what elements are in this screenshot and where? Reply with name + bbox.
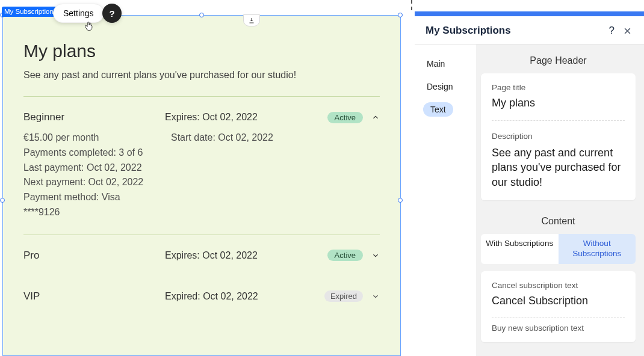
plan-price: €15.00 per month: [23, 130, 171, 146]
status-badge-active: Active: [327, 250, 363, 261]
plan-row-beginner[interactable]: Beginner Expires: Oct 02, 2022 Active: [23, 104, 380, 130]
settings-panel: My Subscriptions ? Main Design Text Page…: [415, 16, 644, 356]
divider: [492, 120, 625, 121]
divider: [492, 317, 625, 318]
panel-help-icon[interactable]: ?: [609, 25, 615, 37]
selection-handle[interactable]: [398, 13, 403, 17]
settings-button[interactable]: Settings: [53, 4, 104, 23]
field-label-buy-text: Buy new subscription text: [492, 324, 625, 333]
chevron-down-icon[interactable]: [371, 251, 380, 260]
section-content: Content: [481, 211, 636, 234]
plan-card-mask: ****9126: [23, 205, 380, 220]
field-label-description: Description: [492, 132, 625, 141]
status-badge-active: Active: [327, 112, 363, 123]
guide-line: [411, 0, 412, 10]
collapse-handle-icon[interactable]: [243, 14, 260, 26]
tab-with-subscriptions[interactable]: With Subscriptions: [481, 234, 559, 264]
section-page-header: Page Header: [481, 51, 636, 73]
tab-without-subscriptions[interactable]: Without Subscriptions: [559, 234, 636, 264]
plan-expiry: Expires: Oct 02, 2022: [165, 250, 327, 261]
page-description: See any past and current plans you've pu…: [23, 70, 380, 81]
plan-expiry: Expired: Oct 02, 2022: [165, 291, 324, 302]
selection-handle[interactable]: [0, 198, 5, 203]
field-value-description[interactable]: See any past and current plans you've pu…: [492, 146, 625, 189]
field-value-page-title[interactable]: My plans: [492, 97, 625, 109]
close-icon[interactable]: [623, 26, 632, 35]
selected-component-box[interactable]: My plans See any past and current plans …: [2, 15, 401, 356]
tab-design[interactable]: Design: [423, 79, 470, 94]
panel-title: My Subscriptions: [426, 25, 511, 37]
content-tabs: With Subscriptions Without Subscriptions: [481, 234, 636, 264]
field-value-cancel-text[interactable]: Cancel Subscription: [492, 295, 625, 307]
chevron-up-icon[interactable]: [371, 113, 380, 121]
plan-payments-completed: Payments completed: 3 of 6: [23, 146, 380, 161]
field-label-cancel-text: Cancel subscription text: [492, 281, 625, 290]
plan-start-date: Start date: Oct 02, 2022: [171, 130, 273, 146]
divider: [23, 96, 380, 97]
page-title: My plans: [23, 41, 380, 61]
panel-tabs: Main Design Text: [415, 44, 476, 356]
plan-last-payment: Last payment: Oct 02, 2022: [23, 161, 380, 176]
cursor-hand-icon: [84, 20, 94, 31]
plan-name: Pro: [23, 250, 165, 262]
plan-name: Beginner: [23, 111, 165, 123]
plan-details-beginner: €15.00 per month Start date: Oct 02, 202…: [23, 130, 380, 220]
tab-text[interactable]: Text: [423, 102, 453, 117]
plan-name: VIP: [23, 290, 165, 302]
plan-expiry: Expires: Oct 02, 2022: [165, 112, 327, 123]
plan-row-pro[interactable]: Pro Expires: Oct 02, 2022 Active: [23, 242, 380, 269]
selection-handle[interactable]: [398, 198, 403, 203]
plan-next-payment: Next payment: Oct 02, 2022: [23, 175, 380, 190]
divider: [23, 235, 380, 235]
help-icon[interactable]: ?: [102, 4, 122, 23]
field-label-page-title: Page title: [492, 83, 625, 92]
plan-payment-method: Payment method: Visa: [23, 190, 380, 205]
status-badge-expired: Expired: [324, 290, 363, 302]
tab-main[interactable]: Main: [423, 57, 470, 71]
panel-accent-bar: [415, 11, 644, 16]
plan-row-vip[interactable]: VIP Expired: Oct 02, 2022 Expired: [23, 283, 380, 310]
selection-handle[interactable]: [199, 13, 204, 17]
chevron-down-icon[interactable]: [371, 292, 380, 301]
selection-label-chip[interactable]: My Subscriptions: [2, 7, 61, 17]
